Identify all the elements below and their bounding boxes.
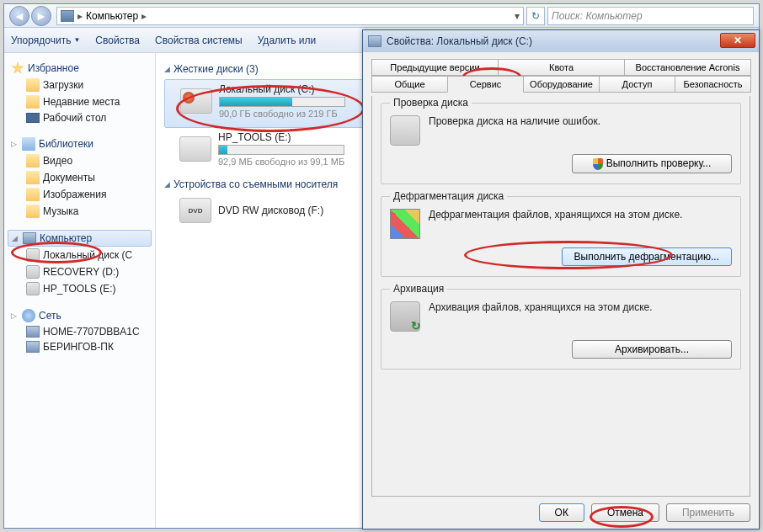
sidebar-item-desktop[interactable]: Рабочий стол [8, 110, 152, 125]
monitor-icon [26, 113, 40, 123]
sidebar-item-downloads[interactable]: Загрузки [8, 77, 152, 93]
star-icon [11, 61, 24, 75]
breadcrumb[interactable]: ▸ Компьютер ▸ ▾ [56, 7, 524, 25]
group-description: Архивация файлов, хранящихся на этом дис… [429, 301, 653, 315]
backup-group: Архивация Архивация файлов, хранящихся н… [381, 289, 741, 370]
sidebar-item-recent[interactable]: Недавние места [8, 93, 152, 110]
sidebar-item-pictures[interactable]: Изображения [8, 186, 152, 203]
tab-previous-versions[interactable]: Предыдущие версии [371, 59, 499, 76]
drive-name: HP_TOOLS (E:) [218, 131, 370, 143]
drive-usage-bar [219, 97, 345, 107]
drive-name: DVD RW дисковод (F:) [218, 205, 370, 216]
chevron-right-icon: ▸ [141, 10, 147, 22]
forward-button[interactable]: ► [31, 6, 51, 26]
tab-tools[interactable]: Сервис [447, 76, 524, 93]
chevron-down-icon[interactable]: ▾ [515, 10, 520, 22]
tab-sharing[interactable]: Доступ [599, 76, 675, 93]
drive-icon [26, 265, 40, 279]
backup-now-button[interactable]: Архивировать... [572, 340, 732, 359]
computer-icon [26, 341, 40, 353]
close-button[interactable]: ✕ [720, 33, 755, 48]
group-description: Дефрагментация файлов, хранящихся на это… [429, 209, 682, 222]
drive-name: Локальный диск (C:) [219, 83, 371, 95]
ok-button[interactable]: ОК [539, 503, 584, 522]
navigation-sidebar: Избранное Загрузки Недавние места Рабочи… [4, 53, 156, 528]
tab-content: Проверка диска Проверка диска на наличие… [371, 96, 750, 497]
folder-icon [26, 188, 40, 201]
breadcrumb-location: Компьютер [86, 10, 138, 22]
drive-icon [26, 248, 40, 262]
drive-usage-bar [218, 145, 344, 155]
computer-icon [23, 232, 36, 244]
sidebar-item-documents[interactable]: Документы [8, 169, 152, 186]
cancel-button[interactable]: Отмена [591, 503, 659, 522]
local-drive-icon [180, 88, 212, 114]
refresh-button[interactable]: ↻ [526, 7, 545, 25]
drive-icon [179, 136, 211, 162]
sidebar-item-video[interactable]: Видео [8, 152, 152, 169]
folder-icon [26, 95, 40, 109]
dvd-drive-icon [179, 198, 211, 223]
drive-icon [368, 35, 382, 47]
remove-button[interactable]: Удалить или [258, 35, 317, 46]
sidebar-item-drive-c[interactable]: Локальный диск (C [8, 247, 152, 263]
sidebar-item-drive-e[interactable]: HP_TOOLS (E:) [8, 280, 152, 297]
dialog-title: Свойства: Локальный диск (C:) [387, 35, 532, 47]
dialog-button-row: ОК Отмена Применить [539, 503, 750, 522]
disk-check-icon [390, 115, 420, 146]
properties-button[interactable]: Свойства [95, 35, 140, 46]
computer-header[interactable]: ◢Компьютер [8, 230, 152, 247]
group-title: Архивация [390, 283, 447, 295]
chevron-right-icon: ▸ [77, 10, 83, 22]
tab-strip: Предыдущие версии Квота Восстановление A… [371, 59, 750, 93]
organize-menu[interactable]: Упорядочить▼ [11, 35, 80, 46]
folder-icon [26, 171, 40, 184]
apply-button[interactable]: Применить [666, 503, 750, 522]
drive-free-text: 90,0 ГБ свободно из 219 ГБ [219, 109, 371, 119]
drive-icon [26, 282, 40, 295]
tab-general[interactable]: Общие [371, 76, 448, 93]
address-bar: ◄ ► ▸ Компьютер ▸ ▾ ↻ Поиск: Компьютер [4, 4, 759, 28]
libraries-header[interactable]: ▷Библиотеки [8, 136, 152, 152]
check-disk-group: Проверка диска Проверка диска на наличие… [381, 103, 741, 184]
search-placeholder: Поиск: Компьютер [552, 10, 643, 22]
computer-icon [61, 10, 74, 22]
group-title: Дефрагментация диска [390, 190, 507, 202]
group-description: Проверка диска на наличие ошибок. [429, 115, 600, 129]
defrag-group: Дефрагментация диска Дефрагментация файл… [381, 196, 741, 277]
libraries-icon [22, 137, 35, 151]
back-button[interactable]: ◄ [9, 6, 29, 26]
backup-icon [390, 301, 420, 332]
network-icon [22, 309, 35, 322]
folder-icon [26, 78, 40, 92]
shield-icon [593, 158, 603, 170]
check-now-button[interactable]: Выполнить проверку... [572, 154, 732, 173]
sidebar-item-music[interactable]: Музыка [8, 203, 152, 220]
group-title: Проверка диска [390, 97, 472, 109]
tab-security[interactable]: Безопасность [675, 76, 751, 93]
tab-hardware[interactable]: Оборудование [523, 76, 600, 93]
favorites-header[interactable]: Избранное [8, 60, 152, 77]
drive-free-text: 92,9 МБ свободно из 99,1 МБ [218, 157, 370, 167]
defragment-now-button[interactable]: Выполнить дефрагментацию... [562, 247, 732, 266]
network-header[interactable]: ▷Сеть [8, 307, 152, 324]
defrag-icon [390, 209, 420, 239]
search-input[interactable]: Поиск: Компьютер [547, 7, 754, 25]
computer-icon [26, 326, 40, 338]
folder-icon [26, 205, 40, 218]
system-properties-button[interactable]: Свойства системы [155, 35, 243, 46]
properties-dialog: Свойства: Локальный диск (C:) ✕ Предыдущ… [362, 29, 760, 529]
folder-icon [26, 154, 40, 168]
tab-acronis-recovery[interactable]: Восстановление Acronis [624, 59, 751, 76]
dialog-titlebar[interactable]: Свойства: Локальный диск (C:) ✕ [363, 30, 759, 52]
sidebar-item-drive-d[interactable]: RECOVERY (D:) [8, 263, 152, 280]
sidebar-item-network-pc[interactable]: БЕРИНГОВ-ПК [8, 339, 152, 354]
sidebar-item-network-pc[interactable]: HOME-7707DBBA1C [8, 324, 152, 339]
tab-quota[interactable]: Квота [498, 59, 625, 76]
